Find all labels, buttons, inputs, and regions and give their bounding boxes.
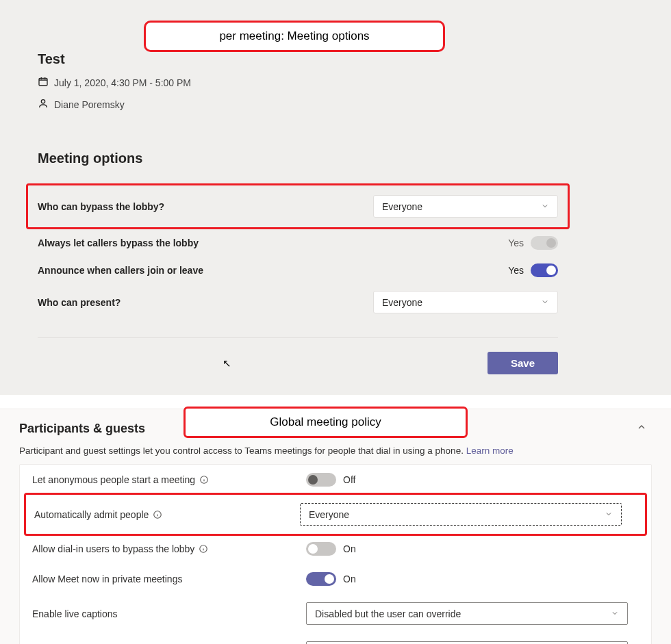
- meeting-datetime: July 1, 2020, 4:30 PM - 5:00 PM: [54, 77, 191, 88]
- policy-description-text: Participant and guest settings let you c…: [19, 446, 466, 456]
- setting-label-text: Allow dial-in users to bypass the lobby: [32, 543, 194, 554]
- chevron-down-icon: [605, 509, 613, 520]
- setting-anon-start: Let anonymous people start a meeting Off: [20, 465, 651, 495]
- announce-toggle[interactable]: [531, 263, 558, 277]
- setting-dialin-bypass: Allow dial-in users to bypass the lobby …: [20, 534, 651, 564]
- setting-allow-chat: Allow chat in meetings Enabled: [20, 633, 651, 644]
- annotation-text: per meeting: Meeting options: [219, 29, 369, 42]
- annotation-text: Global meeting policy: [270, 415, 381, 428]
- select-value: Everyone: [382, 297, 422, 308]
- meeting-organizer: Diane Poremsky: [54, 99, 125, 110]
- chevron-down-icon: [541, 297, 549, 308]
- callers-bypass-toggle[interactable]: [531, 236, 558, 250]
- setting-meet-now: Allow Meet now in private meetings On: [20, 564, 651, 594]
- meeting-organizer-row: Diane Poremsky: [38, 98, 647, 111]
- policy-settings-card: Let anonymous people start a meeting Off…: [19, 464, 652, 644]
- select-value: Everyone: [382, 201, 422, 212]
- save-button[interactable]: Save: [488, 352, 558, 374]
- dialin-bypass-toggle[interactable]: [306, 542, 336, 556]
- toggle-state-label: On: [343, 574, 356, 584]
- option-label: Always let callers bypass the lobby: [38, 237, 199, 248]
- collapse-icon[interactable]: [636, 422, 647, 433]
- meeting-datetime-row: July 1, 2020, 4:30 PM - 5:00 PM: [38, 76, 647, 89]
- meeting-options-list: Who can bypass the lobby? Everyone Alway…: [38, 183, 558, 374]
- info-icon[interactable]: [153, 510, 162, 519]
- setting-auto-admit: Automatically admit people Everyone: [24, 493, 647, 536]
- svg-rect-0: [39, 78, 47, 86]
- meet-now-toggle[interactable]: [306, 572, 336, 586]
- meeting-title: Test: [38, 51, 647, 67]
- option-label: Who can bypass the lobby?: [38, 201, 164, 212]
- allow-chat-select[interactable]: Enabled: [306, 641, 628, 644]
- svg-point-1: [41, 100, 45, 103]
- live-captions-select[interactable]: Disabled but the user can override: [306, 602, 628, 625]
- option-callers-bypass: Always let callers bypass the lobby Yes: [38, 229, 558, 257]
- global-policy-panel: Global meeting policy Participants & gue…: [0, 409, 671, 644]
- toggle-state-label: Yes: [508, 265, 524, 276]
- option-label: Announce when callers join or leave: [38, 265, 203, 276]
- info-icon[interactable]: [199, 475, 209, 485]
- info-icon[interactable]: [199, 544, 208, 554]
- toggle-state-label: Off: [343, 474, 355, 485]
- toggle-state-label: On: [343, 543, 356, 554]
- setting-label-text: Allow Meet now in private meetings: [32, 574, 182, 584]
- who-present-select[interactable]: Everyone: [373, 291, 558, 313]
- option-bypass-lobby: Who can bypass the lobby? Everyone: [26, 183, 570, 229]
- divider: [38, 337, 558, 338]
- setting-label-text: Let anonymous people start a meeting: [32, 474, 195, 485]
- option-label: Who can present?: [38, 297, 121, 308]
- select-value: Everyone: [309, 509, 349, 520]
- setting-live-captions: Enable live captions Disabled but the us…: [20, 594, 651, 633]
- select-value: Disabled but the user can override: [315, 608, 461, 619]
- annotation-per-meeting: per meeting: Meeting options: [144, 21, 445, 52]
- option-announce: Announce when callers join or leave Yes: [38, 257, 558, 284]
- person-icon: [38, 98, 54, 111]
- meeting-options-heading: Meeting options: [38, 151, 647, 166]
- save-row: Save: [38, 352, 558, 374]
- policy-description: Participant and guest settings let you c…: [19, 446, 652, 456]
- meeting-options-panel: per meeting: Meeting options Test July 1…: [0, 0, 671, 395]
- anon-start-toggle[interactable]: [306, 473, 336, 487]
- calendar-icon: [38, 76, 54, 89]
- annotation-global-policy: Global meeting policy: [183, 407, 468, 438]
- learn-more-link[interactable]: Learn more: [466, 446, 514, 456]
- chevron-down-icon: [541, 201, 549, 212]
- setting-label-text: Automatically admit people: [34, 509, 149, 520]
- setting-label-text: Enable live captions: [32, 608, 118, 619]
- bypass-lobby-select[interactable]: Everyone: [373, 195, 558, 218]
- option-who-present: Who can present? Everyone: [38, 284, 558, 320]
- toggle-state-label: Yes: [508, 237, 524, 248]
- auto-admit-select[interactable]: Everyone: [300, 503, 622, 526]
- chevron-down-icon: [611, 608, 619, 619]
